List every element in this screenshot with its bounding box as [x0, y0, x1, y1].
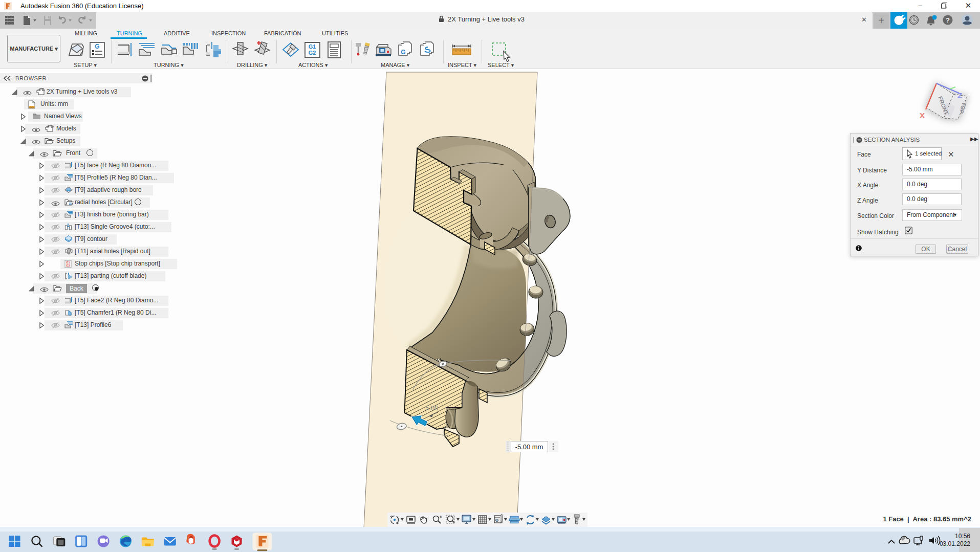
svg-text:5.00: 5.00 [425, 404, 438, 412]
svg-text:-5.00 mm: -5.00 mm [515, 443, 543, 451]
svg-text:G2: G2 [309, 50, 316, 56]
svg-text:X: X [920, 111, 925, 120]
svg-text:±: ± [440, 514, 442, 519]
svg-text:?: ? [946, 16, 950, 24]
svg-text:G1: G1 [309, 43, 316, 50]
svg-text:G: G [401, 49, 405, 56]
svg-text:G2: G2 [66, 264, 70, 267]
svg-text:G: G [95, 43, 99, 50]
svg-text:Z: Z [957, 91, 962, 100]
